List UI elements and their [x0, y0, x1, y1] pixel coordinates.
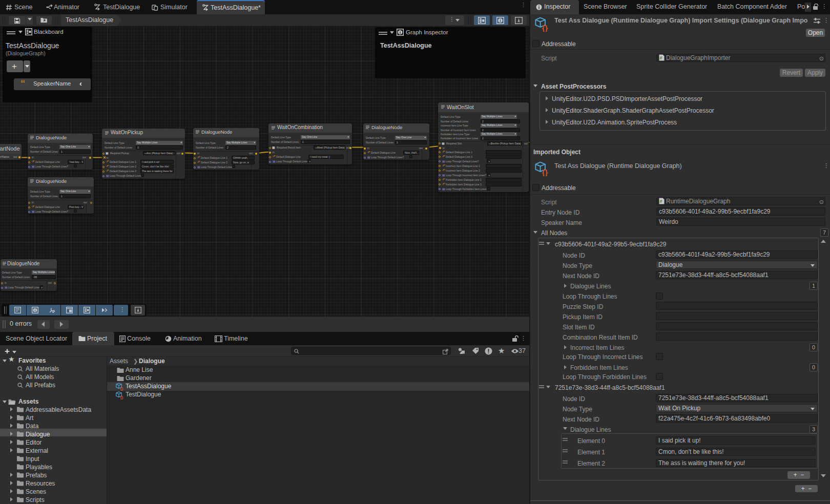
- svg-text:{}: {}: [542, 24, 548, 32]
- svg-text:#: #: [660, 199, 662, 204]
- svg-text:{}: {}: [120, 387, 123, 391]
- svg-text:#: #: [660, 55, 662, 60]
- svg-text:{}: {}: [542, 168, 548, 176]
- svg-text:{}: {}: [120, 395, 123, 400]
